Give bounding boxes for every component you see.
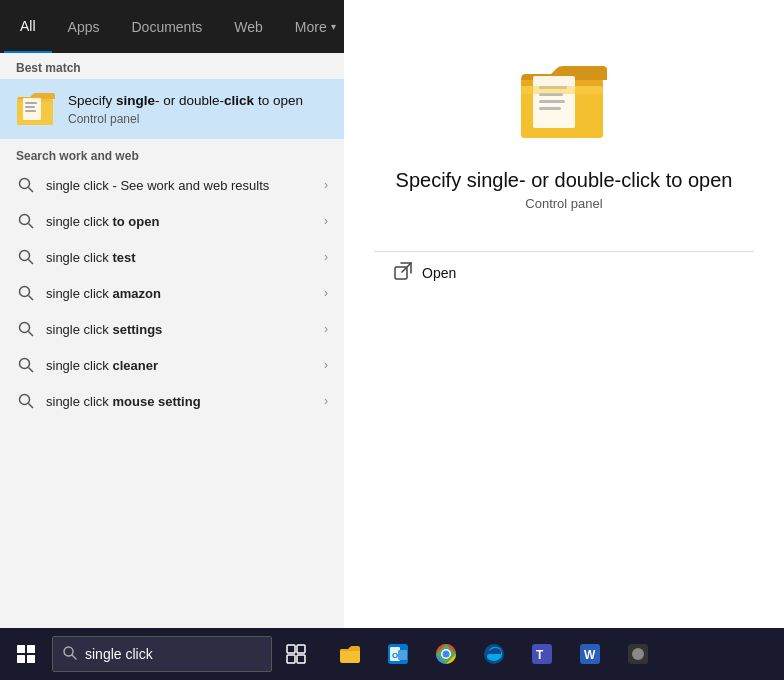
result-text-4: single click amazon — [46, 286, 314, 301]
svg-point-16 — [20, 359, 30, 369]
best-match-title: Specify single- or double-click to open — [68, 92, 328, 110]
chevron-right-icon-7: › — [324, 394, 328, 408]
right-open-action[interactable]: Open — [374, 251, 754, 294]
task-view-button[interactable] — [274, 632, 318, 676]
svg-line-15 — [29, 332, 34, 337]
svg-rect-4 — [25, 106, 35, 108]
svg-rect-39 — [297, 655, 305, 663]
taskbar-search-icon — [63, 646, 77, 663]
svg-point-8 — [20, 215, 30, 225]
chevron-right-icon-3: › — [324, 250, 328, 264]
word-icon: W — [579, 643, 601, 665]
svg-text:O: O — [392, 651, 398, 660]
search-icon-4 — [16, 283, 36, 303]
svg-rect-38 — [287, 655, 295, 663]
result-text-5: single click settings — [46, 322, 314, 337]
result-text-7: single click mouse setting — [46, 394, 314, 409]
best-match-label: Best match — [0, 53, 344, 79]
word-button[interactable]: W — [568, 632, 612, 676]
result-item-settings[interactable]: single click settings › — [0, 311, 344, 347]
search-magnifier-icon — [63, 646, 77, 660]
result-item-see-web[interactable]: single click - See work and web results … — [0, 167, 344, 203]
tab-documents[interactable]: Documents — [115, 0, 218, 53]
app-icon — [627, 643, 649, 665]
open-action-label: Open — [422, 265, 456, 281]
svg-point-14 — [20, 323, 30, 333]
svg-point-48 — [443, 651, 450, 658]
app-icon-button[interactable] — [616, 632, 660, 676]
svg-line-17 — [29, 368, 34, 373]
search-icon-3 — [16, 247, 36, 267]
svg-line-19 — [29, 404, 34, 409]
svg-point-10 — [20, 251, 30, 261]
taskbar-search-bar[interactable] — [52, 636, 272, 672]
svg-line-11 — [29, 260, 34, 265]
file-explorer-icon — [339, 643, 361, 665]
svg-rect-44 — [398, 650, 407, 660]
svg-point-18 — [20, 395, 30, 405]
magnifier-icon-2 — [18, 213, 34, 229]
chevron-right-icon-6: › — [324, 358, 328, 372]
tab-more[interactable]: More ▾ — [279, 0, 352, 53]
svg-point-6 — [20, 179, 30, 189]
right-panel-subtitle: Control panel — [525, 196, 602, 211]
search-icon-5 — [16, 319, 36, 339]
right-panel-title: Specify single- or double-click to open — [396, 169, 733, 192]
external-link-icon — [394, 262, 412, 280]
result-item-amazon[interactable]: single click amazon › — [0, 275, 344, 311]
svg-rect-33 — [27, 655, 35, 663]
svg-line-9 — [29, 224, 34, 229]
search-popup: All Apps Documents Web More ▾ — [0, 0, 784, 628]
tab-apps-label: Apps — [68, 19, 100, 35]
folder-svg — [16, 79, 56, 139]
magnifier-icon — [18, 177, 34, 193]
svg-rect-30 — [17, 645, 25, 653]
taskbar-app-icons: O — [328, 632, 660, 676]
svg-text:W: W — [584, 648, 596, 662]
chrome-icon — [435, 643, 457, 665]
svg-text:T: T — [536, 648, 544, 662]
file-explorer-button[interactable] — [328, 632, 372, 676]
svg-rect-3 — [25, 102, 37, 104]
tab-all[interactable]: All — [4, 0, 52, 53]
start-button[interactable] — [4, 632, 48, 676]
chrome-button[interactable] — [424, 632, 468, 676]
result-text-1: single click - See work and web results — [46, 178, 314, 193]
left-panel: All Apps Documents Web More ▾ — [0, 0, 344, 628]
control-panel-icon — [16, 89, 56, 129]
taskbar-search-input[interactable] — [85, 646, 261, 662]
best-match-item[interactable]: Specify single- or double-click to open … — [0, 79, 344, 139]
svg-rect-40 — [340, 649, 360, 663]
svg-line-7 — [29, 188, 34, 193]
windows-icon — [17, 645, 35, 663]
taskbar: O — [0, 628, 784, 680]
magnifier-icon-5 — [18, 321, 34, 337]
svg-line-13 — [29, 296, 34, 301]
magnifier-icon-4 — [18, 285, 34, 301]
right-panel-icon — [519, 60, 609, 149]
chevron-down-icon: ▾ — [331, 21, 336, 32]
tabs-bar: All Apps Documents Web More ▾ — [0, 0, 344, 53]
result-item-test[interactable]: single click test › — [0, 239, 344, 275]
result-item-mouse-setting[interactable]: single click mouse setting › — [0, 383, 344, 419]
search-web-label: Search work and web — [0, 139, 344, 167]
chevron-right-icon-2: › — [324, 214, 328, 228]
tab-web[interactable]: Web — [218, 0, 279, 53]
search-icon-7 — [16, 391, 36, 411]
outlook-button[interactable]: O — [376, 632, 420, 676]
chevron-right-icon-5: › — [324, 322, 328, 336]
search-icon-2 — [16, 211, 36, 231]
tab-web-label: Web — [234, 19, 263, 35]
result-text-2: single click to open — [46, 214, 314, 229]
best-match-text-area: Specify single- or double-click to open … — [68, 92, 328, 126]
teams-button[interactable]: T — [520, 632, 564, 676]
edge-button[interactable] — [472, 632, 516, 676]
result-item-cleaner[interactable]: single click cleaner › — [0, 347, 344, 383]
edge-icon — [483, 643, 505, 665]
svg-rect-2 — [23, 98, 41, 120]
result-item-to-open[interactable]: single click to open › — [0, 203, 344, 239]
tab-apps[interactable]: Apps — [52, 0, 116, 53]
chevron-right-icon-1: › — [324, 178, 328, 192]
best-match-subtitle: Control panel — [68, 112, 328, 126]
teams-icon: T — [531, 643, 553, 665]
